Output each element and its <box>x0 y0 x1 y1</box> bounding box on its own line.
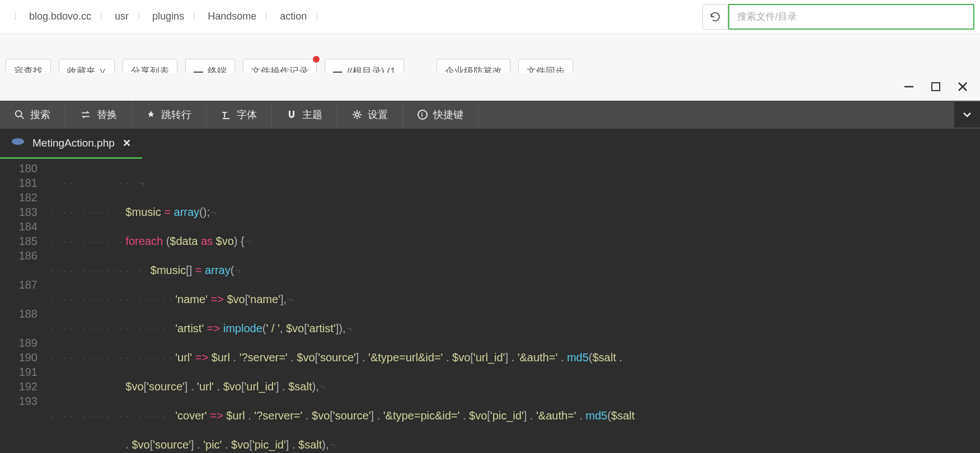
breadcrumb: 〉 blog.bdovo.cc 〉 usr 〉 plugins 〉 Handso… <box>6 11 686 22</box>
toolbar-more-button[interactable] <box>954 102 980 128</box>
php-icon <box>11 136 25 149</box>
font-button[interactable]: T字体 <box>207 101 272 129</box>
toolbar-button[interactable]: 收藏夹 ∨ <box>59 59 115 73</box>
swap-icon <box>80 110 91 120</box>
gear-icon <box>352 110 362 120</box>
breadcrumb-item[interactable]: plugins <box>152 11 184 22</box>
chevron-down-icon <box>962 110 972 120</box>
chevron-right-icon: 〉 <box>192 12 200 22</box>
notification-dot-icon <box>313 56 320 63</box>
replace-button[interactable]: 替换 <box>65 101 132 129</box>
breadcrumb-item[interactable]: usr <box>115 11 129 22</box>
close-tab-button[interactable]: ✕ <box>123 137 131 149</box>
code-content[interactable]: · · · · · · · · · · · · · · ¬ · · · · · … <box>48 159 980 453</box>
line-gutter: 180 181 182 183 184 185 186 187 188 189 … <box>0 159 48 453</box>
search-button[interactable]: 搜索 <box>0 101 65 129</box>
breadcrumb-item[interactable]: blog.bdovo.cc <box>29 11 91 22</box>
top-bar: 〉 blog.bdovo.cc 〉 usr 〉 plugins 〉 Handso… <box>0 0 980 34</box>
info-icon: i <box>418 110 428 120</box>
chevron-right-icon: 〉 <box>137 12 144 22</box>
settings-button[interactable]: 设置 <box>337 101 403 129</box>
editor-window: 搜索 替换 跳转行 T字体 主题 设置 i快捷键 MetingAction.ph… <box>0 73 980 453</box>
close-button[interactable] <box>955 79 970 94</box>
breadcrumb-item[interactable]: Handsome <box>208 11 256 22</box>
toolbar-button[interactable]: ▬/(根目录) (1 <box>325 59 404 73</box>
file-tab[interactable]: MetingAction.php ✕ <box>0 129 142 159</box>
svg-line-5 <box>21 116 24 119</box>
tab-bar: MetingAction.php ✕ <box>0 129 980 159</box>
shortcuts-button[interactable]: i快捷键 <box>403 101 479 129</box>
svg-text:T: T <box>222 110 227 119</box>
editor-toolbar: 搜索 替换 跳转行 T字体 主题 设置 i快捷键 <box>0 101 980 129</box>
toolbar-button[interactable]: 文件同步 <box>518 59 573 73</box>
svg-text:i: i <box>421 111 423 118</box>
search-icon <box>15 110 25 120</box>
chevron-right-icon: 〉 <box>315 12 322 22</box>
code-editor[interactable]: 180 181 182 183 184 185 186 187 188 189 … <box>0 159 980 453</box>
chevron-right-icon: 〉 <box>13 12 21 22</box>
svg-point-11 <box>12 138 24 145</box>
chevron-right-icon: 〉 <box>264 12 272 22</box>
toolbar-button[interactable]: 容查找 <box>6 59 51 73</box>
minimize-button[interactable] <box>902 79 916 94</box>
toolbar-button[interactable]: 文件操作记录 <box>243 59 317 73</box>
svg-point-4 <box>16 111 22 117</box>
toolbar-button[interactable]: 分享列表 <box>123 59 177 73</box>
search-input[interactable] <box>728 4 974 30</box>
refresh-icon <box>709 11 721 23</box>
window-controls <box>902 79 970 94</box>
chevron-right-icon: 〉 <box>99 12 107 22</box>
tab-filename: MetingAction.php <box>32 137 115 149</box>
action-toolbar: 容查找 收藏夹 ∨ 分享列表 ▬终端 文件操作记录 ▬/(根目录) (1 企业级… <box>0 34 980 73</box>
toolbar-button[interactable]: ▬终端 <box>185 59 235 73</box>
breadcrumb-item[interactable]: action <box>280 11 307 22</box>
svg-rect-1 <box>932 83 940 91</box>
theme-button[interactable]: 主题 <box>272 101 337 129</box>
svg-point-8 <box>355 113 359 116</box>
toolbar-button[interactable]: 企业级防篡改 <box>437 59 510 73</box>
goto-line-button[interactable]: 跳转行 <box>132 101 207 129</box>
magnet-icon <box>287 110 297 120</box>
pin-icon <box>147 110 156 120</box>
maximize-button[interactable] <box>929 79 943 94</box>
refresh-button[interactable] <box>702 4 728 30</box>
text-icon: T <box>221 110 231 120</box>
